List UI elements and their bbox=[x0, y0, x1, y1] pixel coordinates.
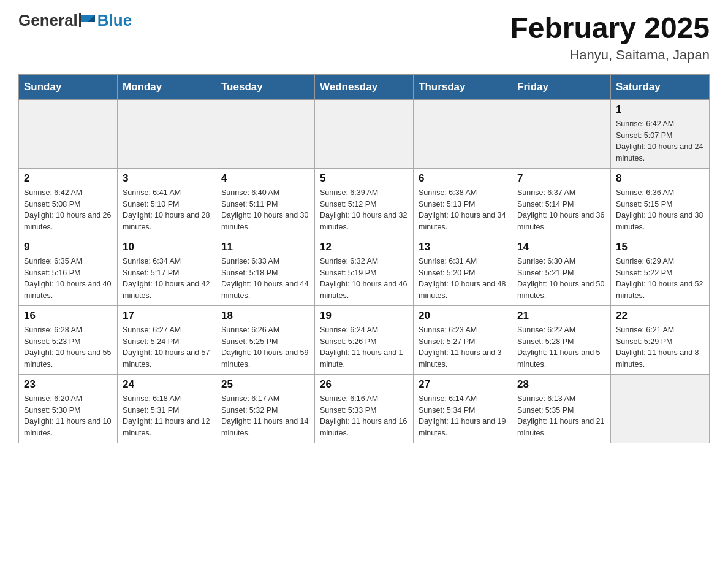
sunset-text: Sunset: 5:10 PM bbox=[123, 200, 179, 209]
day-number: 19 bbox=[320, 310, 408, 322]
calendar-cell: 5Sunrise: 6:39 AMSunset: 5:12 PMDaylight… bbox=[315, 168, 414, 237]
daylight-text: Daylight: 10 hours and 50 minutes. bbox=[517, 280, 604, 300]
sunset-text: Sunset: 5:08 PM bbox=[24, 200, 80, 209]
sunset-text: Sunset: 5:15 PM bbox=[616, 200, 672, 209]
calendar-cell: 24Sunrise: 6:18 AMSunset: 5:31 PMDayligh… bbox=[118, 374, 216, 443]
day-number: 2 bbox=[24, 172, 112, 185]
daylight-text: Daylight: 10 hours and 48 minutes. bbox=[419, 280, 506, 300]
day-info: Sunrise: 6:16 AMSunset: 5:33 PMDaylight:… bbox=[320, 393, 408, 439]
daylight-text: Daylight: 10 hours and 40 minutes. bbox=[24, 280, 111, 300]
sunrise-text: Sunrise: 6:18 AM bbox=[123, 394, 181, 403]
calendar-cell: 26Sunrise: 6:16 AMSunset: 5:33 PMDayligh… bbox=[315, 374, 414, 443]
calendar-cell: 11Sunrise: 6:33 AMSunset: 5:18 PMDayligh… bbox=[216, 237, 315, 305]
calendar-cell: 19Sunrise: 6:24 AMSunset: 5:26 PMDayligh… bbox=[315, 305, 414, 374]
calendar-cell bbox=[512, 99, 611, 168]
day-info: Sunrise: 6:41 AMSunset: 5:10 PMDaylight:… bbox=[123, 187, 211, 233]
daylight-text: Daylight: 10 hours and 24 minutes. bbox=[616, 142, 703, 163]
sunset-text: Sunset: 5:29 PM bbox=[616, 337, 672, 346]
calendar-cell: 13Sunrise: 6:31 AMSunset: 5:20 PMDayligh… bbox=[414, 237, 512, 305]
calendar-cell: 27Sunrise: 6:14 AMSunset: 5:34 PMDayligh… bbox=[414, 374, 512, 443]
sunset-text: Sunset: 5:24 PM bbox=[123, 337, 179, 346]
daylight-text: Daylight: 10 hours and 59 minutes. bbox=[221, 348, 308, 369]
sunset-text: Sunset: 5:28 PM bbox=[517, 337, 574, 346]
sunrise-text: Sunrise: 6:28 AM bbox=[24, 326, 82, 334]
sunset-text: Sunset: 5:33 PM bbox=[320, 406, 376, 415]
daylight-text: Daylight: 11 hours and 3 minutes. bbox=[419, 348, 502, 369]
sunset-text: Sunset: 5:14 PM bbox=[517, 200, 574, 209]
daylight-text: Daylight: 11 hours and 19 minutes. bbox=[419, 417, 506, 437]
calendar-week-3: 9Sunrise: 6:35 AMSunset: 5:16 PMDaylight… bbox=[19, 237, 710, 305]
sunset-text: Sunset: 5:26 PM bbox=[320, 337, 376, 346]
calendar-cell: 3Sunrise: 6:41 AMSunset: 5:10 PMDaylight… bbox=[118, 168, 216, 237]
sunrise-text: Sunrise: 6:29 AM bbox=[616, 257, 674, 266]
day-number: 13 bbox=[419, 241, 507, 253]
sunrise-text: Sunrise: 6:22 AM bbox=[517, 326, 575, 334]
sunset-text: Sunset: 5:31 PM bbox=[123, 406, 179, 415]
calendar-week-2: 2Sunrise: 6:42 AMSunset: 5:08 PMDaylight… bbox=[19, 168, 710, 237]
day-info: Sunrise: 6:18 AMSunset: 5:31 PMDaylight:… bbox=[123, 393, 211, 439]
day-info: Sunrise: 6:21 AMSunset: 5:29 PMDaylight:… bbox=[616, 324, 704, 370]
calendar-cell: 28Sunrise: 6:13 AMSunset: 5:35 PMDayligh… bbox=[512, 374, 611, 443]
weekday-header-thursday: Thursday bbox=[414, 74, 512, 99]
day-number: 7 bbox=[517, 172, 605, 185]
daylight-text: Daylight: 11 hours and 5 minutes. bbox=[517, 348, 601, 369]
page-header: General Blue February 2025 Hanyu, Saitam… bbox=[18, 12, 710, 63]
day-info: Sunrise: 6:17 AMSunset: 5:32 PMDaylight:… bbox=[221, 393, 309, 439]
sunset-text: Sunset: 5:16 PM bbox=[24, 269, 80, 277]
logo-area: General Blue bbox=[18, 12, 132, 28]
sunset-text: Sunset: 5:19 PM bbox=[320, 269, 376, 277]
daylight-text: Daylight: 11 hours and 12 minutes. bbox=[123, 417, 210, 437]
sunrise-text: Sunrise: 6:36 AM bbox=[616, 188, 674, 197]
day-number: 14 bbox=[517, 241, 605, 253]
weekday-header-row: SundayMondayTuesdayWednesdayThursdayFrid… bbox=[19, 74, 710, 99]
day-number: 23 bbox=[24, 378, 112, 391]
day-number: 18 bbox=[221, 310, 309, 322]
sunset-text: Sunset: 5:13 PM bbox=[419, 200, 475, 209]
calendar-cell: 17Sunrise: 6:27 AMSunset: 5:24 PMDayligh… bbox=[118, 305, 216, 374]
logo-flag-icon bbox=[79, 13, 96, 27]
sunset-text: Sunset: 5:23 PM bbox=[24, 337, 80, 346]
sunrise-text: Sunrise: 6:23 AM bbox=[419, 326, 477, 334]
calendar-cell: 2Sunrise: 6:42 AMSunset: 5:08 PMDaylight… bbox=[19, 168, 118, 237]
day-info: Sunrise: 6:33 AMSunset: 5:18 PMDaylight:… bbox=[221, 256, 309, 302]
day-number: 3 bbox=[123, 172, 211, 185]
calendar-cell bbox=[414, 99, 512, 168]
sunrise-text: Sunrise: 6:37 AM bbox=[517, 188, 575, 197]
sunrise-text: Sunrise: 6:17 AM bbox=[221, 394, 279, 403]
calendar-cell: 25Sunrise: 6:17 AMSunset: 5:32 PMDayligh… bbox=[216, 374, 315, 443]
sunrise-text: Sunrise: 6:26 AM bbox=[221, 326, 279, 334]
sunrise-text: Sunrise: 6:39 AM bbox=[320, 188, 378, 197]
sunset-text: Sunset: 5:12 PM bbox=[320, 200, 376, 209]
day-number: 11 bbox=[221, 241, 309, 253]
day-number: 9 bbox=[24, 241, 112, 253]
day-info: Sunrise: 6:39 AMSunset: 5:12 PMDaylight:… bbox=[320, 187, 408, 233]
daylight-text: Daylight: 10 hours and 36 minutes. bbox=[517, 211, 604, 231]
calendar-table: SundayMondayTuesdayWednesdayThursdayFrid… bbox=[18, 74, 710, 443]
title-area: February 2025 Hanyu, Saitama, Japan bbox=[510, 12, 710, 63]
day-number: 1 bbox=[616, 104, 704, 116]
day-number: 12 bbox=[320, 241, 408, 253]
calendar-cell: 20Sunrise: 6:23 AMSunset: 5:27 PMDayligh… bbox=[414, 305, 512, 374]
sunrise-text: Sunrise: 6:32 AM bbox=[320, 257, 378, 266]
daylight-text: Daylight: 10 hours and 30 minutes. bbox=[221, 211, 308, 231]
day-number: 26 bbox=[320, 378, 408, 391]
calendar-cell: 15Sunrise: 6:29 AMSunset: 5:22 PMDayligh… bbox=[611, 237, 710, 305]
calendar-cell: 9Sunrise: 6:35 AMSunset: 5:16 PMDaylight… bbox=[19, 237, 118, 305]
calendar-cell: 1Sunrise: 6:42 AMSunset: 5:07 PMDaylight… bbox=[611, 99, 710, 168]
calendar-cell: 6Sunrise: 6:38 AMSunset: 5:13 PMDaylight… bbox=[414, 168, 512, 237]
day-info: Sunrise: 6:13 AMSunset: 5:35 PMDaylight:… bbox=[517, 393, 605, 439]
day-info: Sunrise: 6:20 AMSunset: 5:30 PMDaylight:… bbox=[24, 393, 112, 439]
day-number: 25 bbox=[221, 378, 309, 391]
sunset-text: Sunset: 5:11 PM bbox=[221, 200, 278, 209]
day-number: 15 bbox=[616, 241, 704, 253]
day-info: Sunrise: 6:37 AMSunset: 5:14 PMDaylight:… bbox=[517, 187, 605, 233]
daylight-text: Daylight: 10 hours and 42 minutes. bbox=[123, 280, 210, 300]
day-info: Sunrise: 6:14 AMSunset: 5:34 PMDaylight:… bbox=[419, 393, 507, 439]
sunset-text: Sunset: 5:25 PM bbox=[221, 337, 278, 346]
sunrise-text: Sunrise: 6:40 AM bbox=[221, 188, 279, 197]
calendar-cell: 8Sunrise: 6:36 AMSunset: 5:15 PMDaylight… bbox=[611, 168, 710, 237]
daylight-text: Daylight: 10 hours and 28 minutes. bbox=[123, 211, 210, 231]
day-number: 8 bbox=[616, 172, 704, 185]
day-number: 20 bbox=[419, 310, 507, 322]
location-subtitle: Hanyu, Saitama, Japan bbox=[510, 47, 710, 63]
